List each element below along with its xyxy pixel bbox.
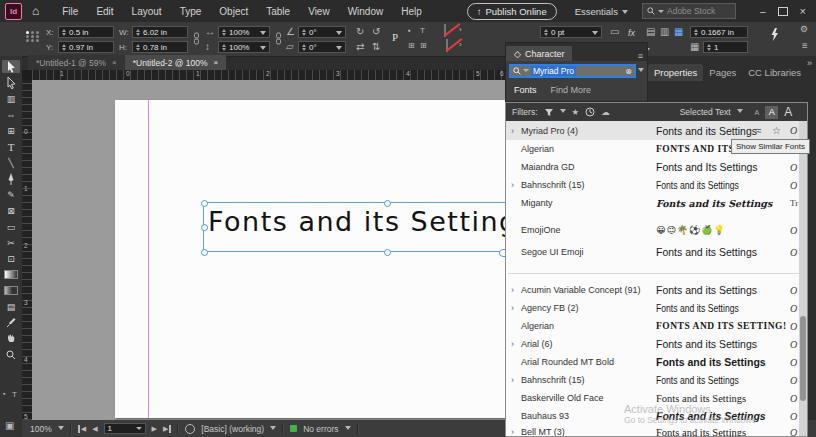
font-row-agency-fb[interactable]: › Agency FB (2) Fonts and its Settings O [506,299,801,317]
menu-file[interactable]: File [53,6,87,17]
menu-table[interactable]: Table [257,6,299,17]
eyedropper-tool[interactable] [2,316,20,329]
favorites-filter-icon[interactable]: ★ [572,107,580,117]
frame-handle[interactable] [201,200,208,207]
menu-window[interactable]: Window [339,6,393,17]
lightning-bolt-icon[interactable] [770,28,779,41]
formatting-affects-container-icon[interactable]: ▪ [3,390,5,397]
expand-chevron[interactable]: › [511,180,514,190]
pasteboard[interactable]: Fonts and its Settings [32,80,505,420]
preview-scope-select[interactable]: Selected Text [680,107,731,117]
font-search-input[interactable]: Myriad Pro ⊗ [509,64,636,78]
flip-horizontal-icon[interactable]: ⇄ [356,41,364,52]
frame-handle[interactable] [201,249,208,256]
tab-fonts[interactable]: Fonts [514,85,537,95]
frame-text[interactable]: Fonts and its Settings [208,206,505,237]
workspace-switcher[interactable]: Essentials [575,6,628,17]
font-row-segoe-ui-emoji[interactable]: Segoe UI Emoji Fonts and its Settings O [506,241,801,263]
scope-chevron-icon[interactable] [737,109,743,116]
wrap-bounding-box-icon[interactable]: ▥ [660,26,669,37]
clear-search-icon[interactable]: ⊗ [625,67,632,76]
recent-filter-icon[interactable] [585,107,595,117]
reference-point-proxy[interactable] [26,31,40,42]
font-row-maiandra-gd[interactable]: Maiandra GD Fonts and Its Settings O [506,158,801,176]
character-panel-tab[interactable]: ◇ Character [506,46,572,61]
font-row-bahnschrift[interactable]: › Bahnschrift (15) Fonts and its Setting… [506,176,801,194]
fill-swatch[interactable] [444,24,446,37]
close-tab-icon[interactable]: × [112,58,117,67]
scissors-tool[interactable]: ✂ [2,236,20,249]
tab-find-more[interactable]: Find More [551,85,592,95]
expand-chevron[interactable]: › [511,339,514,349]
font-row-bahnschrift-2[interactable]: › Bahnschrift (15) Fonts and its Setting… [506,371,801,389]
font-row-myriad-pro[interactable]: › Myriad Pro (4) Fonts and its Settings … [506,121,801,140]
scrollbar-thumb[interactable] [800,316,806,401]
direct-selection-tool[interactable] [2,76,20,89]
stroke-arrow-icon[interactable]: › [459,40,462,49]
close-button[interactable]: × [800,5,806,17]
sample-size-large-button[interactable]: A [784,105,792,119]
menu-view[interactable]: View [299,6,339,17]
sample-size-medium-button[interactable]: A [765,106,778,119]
note-tool[interactable]: ▤ [2,300,20,313]
frame-handle[interactable] [384,200,391,207]
first-page-button[interactable]: ◀ [78,425,86,433]
expand-chevron[interactable]: › [511,126,514,136]
preflight-profile-select[interactable]: [Basic] (working) [201,424,264,434]
x-position-field[interactable]: 0.5 in [58,26,114,38]
expand-chevron[interactable]: › [511,285,514,295]
width-field[interactable]: 6.02 in [132,26,188,38]
frame-handle[interactable] [384,249,391,256]
constrain-dimensions-icon[interactable] [192,32,201,45]
page[interactable]: Fonts and its Settings [115,100,505,418]
gap-tool[interactable]: ⇔ [2,108,20,121]
tab-pages[interactable]: Pages [703,64,742,81]
previous-page-button[interactable]: ◀ [92,425,97,433]
preflight-icon[interactable] [185,424,195,434]
preflight-status-text[interactable]: No errors [303,424,338,434]
flip-vertical-icon[interactable]: ⇅ [372,41,380,52]
rotation-angle-field[interactable]: 0° [298,26,346,38]
panel-menu-icon[interactable]: ≡ [802,40,808,51]
menu-layout[interactable]: Layout [123,6,171,17]
gradient-feather-tool[interactable] [2,284,20,297]
hand-tool[interactable] [2,332,20,345]
screen-mode-button[interactable]: ▣ [5,420,14,431]
height-field[interactable]: 0.78 in [132,41,188,53]
expand-chevron[interactable]: › [511,427,514,436]
home-icon[interactable]: ⌂ [32,4,39,18]
font-row-emojione[interactable]: EmojiOne 😀😉🌴⚽🍏💡 O [506,219,801,241]
menu-object[interactable]: Object [210,6,257,17]
free-transform-tool[interactable]: ⊡ [2,252,20,265]
next-page-button[interactable]: ▶ [152,425,157,433]
minimize-button[interactable]: – [760,6,766,17]
text-frame[interactable]: Fonts and its Settings [203,202,505,252]
rectangle-tool[interactable]: ▭ [2,220,20,233]
select-container-icon[interactable]: ▪ [408,26,411,35]
zoom-level-select[interactable]: 100% [30,424,52,434]
font-row-miganty[interactable]: Miganty Fonts and its Settings Tr [506,194,801,212]
zoom-chevron-icon[interactable] [58,426,64,433]
effects-button[interactable]: fx [628,28,635,38]
filter-chevron-icon[interactable] [560,109,566,116]
wrap-offset-down-icon[interactable]: ⊞ [420,41,427,50]
tab-cc-libraries[interactable]: CC Libraries [742,64,807,81]
show-similar-fonts-icon[interactable]: ≈ [756,125,762,136]
panel-menu-icon[interactable]: ≡ [638,51,643,61]
zoom-tool[interactable] [2,348,20,361]
scale-y-field[interactable]: 100% [218,41,270,53]
y-position-field[interactable]: 0.97 in [58,41,114,53]
selection-tool[interactable] [2,60,20,73]
font-row-arial-rounded[interactable]: Arial Rounded MT Bold Fonts and its Sett… [506,353,801,371]
shear-angle-field[interactable]: 0° [298,41,346,53]
sample-size-small-button[interactable]: A [755,109,760,116]
font-dropdown-button[interactable] [638,66,644,77]
stroke-swatch[interactable] [446,39,448,52]
wrap-offset-field[interactable]: 0.1667 in [690,26,748,38]
errors-chevron-icon[interactable] [345,426,351,433]
content-collector-tool[interactable]: ⊞ [2,124,20,137]
frame-handle[interactable] [201,224,208,231]
search-value[interactable]: Myriad Pro [531,66,576,76]
type-tool[interactable]: T [2,140,20,153]
filter-funnel-icon[interactable] [544,108,554,117]
